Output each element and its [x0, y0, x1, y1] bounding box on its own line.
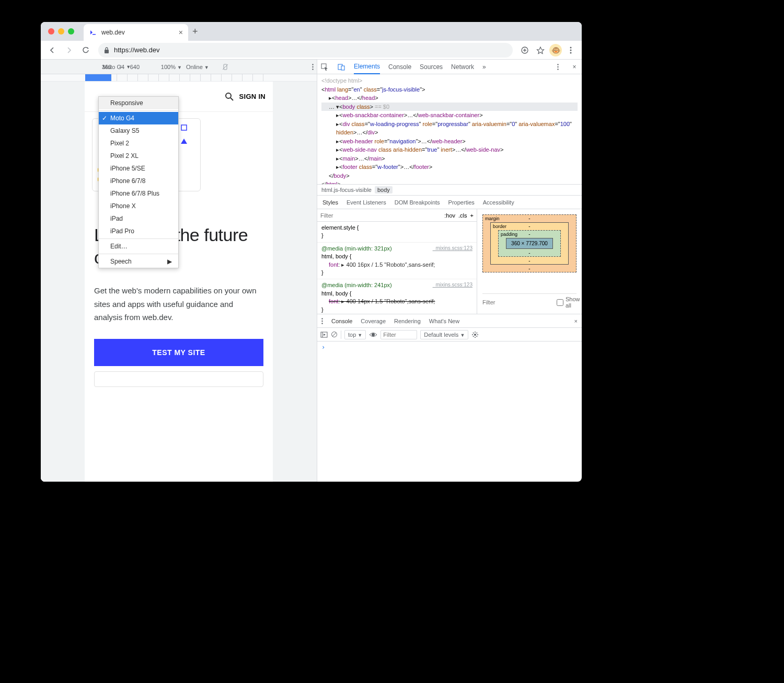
devtools-pane: Elements Console Sources Network » × <!d… [317, 60, 582, 482]
breadcrumb-item[interactable]: html.js-focus-visible [321, 187, 372, 193]
browser-window: web.dev × + https://web.dev 🐵 Moto G4 ▼ … [41, 22, 582, 482]
tab-styles[interactable]: Styles [322, 199, 338, 206]
cta-button[interactable]: TEST MY SITE [94, 339, 263, 366]
svg-rect-1 [93, 34, 96, 35]
content-area: Moto G4 ▼ × 100% ▼ Online ▼ [41, 60, 582, 482]
levels-dropdown[interactable]: Default levels ▼ [420, 330, 468, 339]
device-menu-item[interactable]: iPhone 6/7/8 [99, 175, 178, 187]
device-menu-item[interactable]: Pixel 2 XL [99, 150, 178, 162]
back-button[interactable] [45, 43, 60, 58]
devtools-menu-button[interactable] [554, 63, 562, 71]
device-menu-item[interactable]: iPhone 5/SE [99, 162, 178, 175]
styles-filter-input[interactable] [320, 212, 441, 219]
window-controls [48, 28, 74, 35]
console-filter-input[interactable] [381, 330, 417, 339]
styles-panel[interactable]: :hov .cls + element.style {} _mixins.scs… [317, 209, 477, 314]
device-mode-icon[interactable] [337, 63, 345, 71]
zoom-dropdown[interactable]: 100% ▼ [161, 64, 182, 70]
device-menu-edit[interactable]: Edit… [99, 240, 178, 253]
address-bar: https://web.dev 🐵 [41, 41, 582, 60]
svg-line-34 [332, 333, 336, 336]
close-tab-button[interactable]: × [179, 28, 183, 37]
bookmark-icon[interactable] [535, 45, 546, 55]
maximize-window-button[interactable] [68, 28, 74, 35]
tab-console[interactable]: Console [388, 60, 411, 74]
device-menu-item[interactable]: Galaxy S5 [99, 124, 178, 137]
device-menu-item[interactable]: Responsive [99, 97, 178, 109]
live-expression-button[interactable] [369, 332, 377, 337]
browser-tab[interactable]: web.dev × [84, 24, 188, 41]
computed-filter-input[interactable] [482, 299, 555, 305]
viewport: SIGN IN [41, 82, 317, 482]
svg-point-28 [321, 320, 322, 321]
drawer-tab-whatsnew[interactable]: What's New [429, 318, 459, 324]
clear-console-button[interactable] [331, 331, 338, 338]
hov-toggle[interactable]: :hov [444, 212, 455, 219]
forward-button[interactable] [62, 43, 76, 58]
chrome-menu-button[interactable] [566, 45, 576, 55]
device-menu-speech[interactable]: Speech▶ [99, 255, 178, 268]
svg-marker-32 [324, 334, 326, 336]
box-model: margin - border - padding - 360 × 7729.7… [477, 209, 582, 314]
style-rule[interactable]: element.style {} [317, 222, 477, 243]
tab-elements[interactable]: Elements [354, 60, 380, 74]
cls-toggle[interactable]: .cls [458, 212, 467, 219]
device-menu-item[interactable]: iPad [99, 212, 178, 225]
inspect-icon[interactable] [320, 63, 329, 71]
drawer-tab-rendering[interactable]: Rendering [394, 318, 421, 324]
input-placeholder[interactable] [94, 371, 263, 387]
sign-in-button[interactable]: SIGN IN [225, 92, 266, 101]
console-settings-button[interactable] [471, 331, 479, 338]
close-window-button[interactable] [48, 28, 54, 35]
new-tab-button[interactable]: + [192, 26, 198, 37]
rotate-button[interactable] [222, 63, 229, 71]
url-field[interactable]: https://web.dev [98, 43, 513, 58]
drawer-tab-coverage[interactable]: Coverage [361, 318, 386, 324]
devtools-close-button[interactable]: × [570, 63, 579, 71]
svg-point-35 [372, 333, 375, 336]
svg-marker-2 [87, 47, 89, 49]
tab-properties[interactable]: Properties [448, 199, 475, 206]
more-tabs-button[interactable]: » [482, 63, 486, 71]
svg-line-16 [230, 98, 233, 100]
console-body[interactable]: › [317, 342, 582, 482]
device-menu-item[interactable]: iPad Pro [99, 225, 178, 237]
breadcrumb[interactable]: html.js-focus-visible body [317, 184, 582, 196]
drawer-menu-button[interactable] [321, 318, 323, 324]
device-menu-item[interactable]: Pixel 2 [99, 137, 178, 150]
svg-point-9 [570, 52, 572, 53]
dom-doctype: <!doctype html> [321, 76, 578, 85]
console-sidebar-button[interactable] [320, 332, 328, 338]
tab-network[interactable]: Network [451, 60, 474, 74]
box-margin[interactable]: margin - border - padding - 360 × 7729.7… [482, 214, 577, 272]
device-menu-item[interactable]: iPhone 6/7/8 Plus [99, 187, 178, 200]
sign-in-label: SIGN IN [239, 93, 266, 100]
drawer-tab-console[interactable]: Console [331, 318, 352, 324]
devtools-tabs: Elements Console Sources Network » × [317, 60, 582, 74]
minimize-window-button[interactable] [58, 28, 64, 35]
add-rule-button[interactable]: + [470, 212, 474, 219]
breadcrumb-item[interactable]: body [375, 186, 393, 193]
square-icon [180, 124, 188, 131]
tab-event-listeners[interactable]: Event Listeners [347, 199, 386, 206]
device-dropdown[interactable]: Moto G4 ▼ [102, 64, 131, 70]
device-toolbar-menu[interactable] [312, 64, 314, 70]
console-toolbar: top ▼ Default levels ▼ [317, 328, 582, 342]
reload-button[interactable] [78, 43, 93, 58]
tab-dom-breakpoints[interactable]: DOM Breakpoints [395, 199, 440, 206]
drawer-close-button[interactable]: × [574, 318, 578, 324]
chevron-down-icon: ▼ [126, 64, 131, 70]
device-menu-item[interactable]: Moto G4 [99, 112, 178, 124]
device-menu-item[interactable]: iPhone X [99, 200, 178, 212]
context-dropdown[interactable]: top ▼ [344, 330, 366, 339]
elements-tree[interactable]: <!doctype html> <html lang="en" class="j… [317, 74, 582, 184]
show-all-checkbox[interactable] [557, 299, 563, 306]
tab-sources[interactable]: Sources [420, 60, 443, 74]
throttle-dropdown[interactable]: Online ▼ [186, 64, 209, 70]
style-rule[interactable]: _mixins.scss:123 @media (min-width: 241p… [317, 279, 477, 314]
styles-filter-bar: :hov .cls + [317, 209, 477, 222]
install-icon[interactable] [520, 45, 530, 55]
profile-avatar[interactable]: 🐵 [549, 44, 562, 56]
style-rule[interactable]: _mixins.scss:123 @media (min-width: 321p… [317, 243, 477, 280]
tab-accessibility[interactable]: Accessibility [483, 199, 514, 206]
